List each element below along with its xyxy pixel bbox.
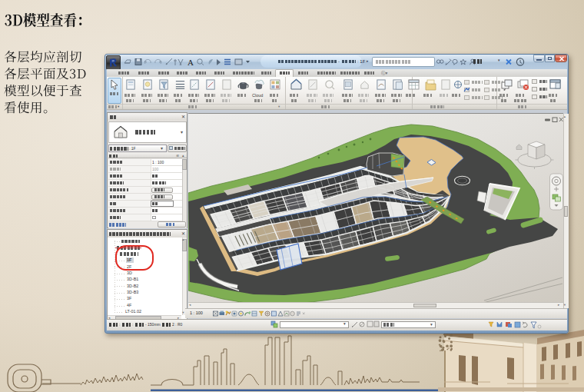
- svg-text:A: A: [187, 58, 194, 67]
